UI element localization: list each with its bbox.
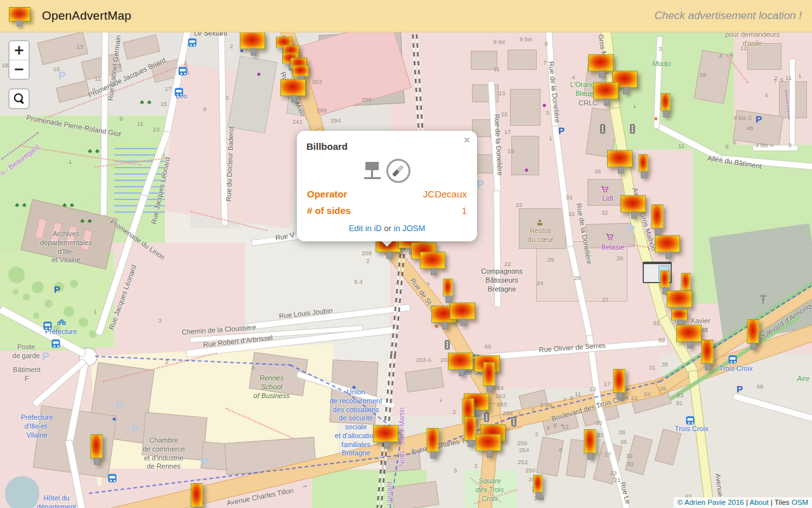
tiles-text: Tiles: [775, 498, 792, 506]
bus-stop-icon: [175, 88, 183, 97]
map-attribution: © Adrien Pavie 2016 | About | Tiles OSM: [674, 497, 812, 508]
billboard-marker[interactable]: [639, 154, 648, 172]
close-icon[interactable]: ×: [464, 134, 470, 147]
parking-icon: P: [756, 114, 762, 124]
tree-icon: ♣ ♣: [63, 201, 75, 208]
billboard-marker[interactable]: [661, 93, 671, 111]
bus-stop-icon: [686, 417, 695, 425]
bus-stop-icon: [179, 67, 187, 76]
house-number: 294: [331, 117, 341, 124]
house-number: 6 4: [354, 278, 362, 285]
poi-dot: [258, 73, 261, 76]
billboard-marker[interactable]: [534, 475, 543, 493]
billboard-marker[interactable]: [655, 235, 680, 252]
zoom-out-button[interactable]: −: [10, 60, 29, 79]
attribute-label: # of sides: [307, 205, 351, 216]
house-number: 15: [501, 110, 508, 117]
billboard-marker[interactable]: [448, 352, 473, 370]
popup-title: Billboard: [306, 141, 348, 152]
house-number: 81: [676, 399, 683, 406]
billboard-marker[interactable]: [660, 271, 670, 288]
house-number: 7: [773, 77, 776, 84]
billboard-marker[interactable]: [676, 324, 702, 342]
house-number: 26: [574, 274, 581, 281]
house-number: 13: [589, 385, 596, 392]
attribute-label: Operator: [307, 189, 347, 199]
billboard-marker[interactable]: [450, 302, 475, 319]
house-number: 1: [93, 308, 96, 315]
billboard-marker[interactable]: [652, 204, 664, 229]
table-row: # of sides 1: [307, 202, 467, 218]
house-number: 8: [730, 51, 733, 58]
zoom-in-button[interactable]: +: [10, 41, 29, 60]
house-number: 6: [559, 446, 562, 453]
edit-in-id-link[interactable]: Edit in iD: [349, 224, 382, 233]
billboard-marker[interactable]: [620, 195, 646, 212]
osm-link[interactable]: OSM: [792, 498, 808, 506]
compass-direction-icon: [386, 159, 410, 183]
house-number: 28: [617, 255, 624, 262]
billboard-marker[interactable]: [483, 362, 495, 386]
billboard-marker[interactable]: [607, 150, 632, 167]
poi-dot: [240, 50, 244, 53]
billboard-marker[interactable]: [702, 340, 714, 364]
billboard-marker[interactable]: [667, 290, 692, 307]
house-number: 36: [620, 438, 627, 445]
house-number: 2: [165, 358, 168, 365]
billboard-marker[interactable]: [280, 79, 306, 96]
map-area: [5, 476, 39, 508]
parking-icon: P: [558, 125, 565, 136]
billboard-marker[interactable]: [613, 369, 625, 393]
billboard-marker[interactable]: [420, 251, 445, 269]
house-number: 24: [644, 391, 651, 398]
road: [789, 58, 796, 151]
house-number: 3: [546, 109, 549, 116]
place-label: Trois Croix: [719, 364, 753, 373]
tree-icon: ♣ ♣: [140, 98, 152, 105]
bush-area: [79, 318, 88, 327]
or-text: or: [384, 224, 391, 233]
house-number: 19: [508, 147, 514, 154]
house-number: 250: [525, 467, 535, 474]
billboard-marker[interactable]: [588, 54, 613, 71]
map-canvas[interactable]: ♣ ♣♣ ♣♣ ♣♣ ♣♣ ♣PPPPPPPPPPP13151195171591…: [0, 0, 812, 508]
parking-icon: P: [737, 384, 743, 394]
house-number: 13: [499, 90, 506, 97]
billboard-marker[interactable]: [427, 428, 439, 452]
place-label: Compagnons Bâtisseurs Bretagne: [481, 267, 522, 293]
billboard-marker[interactable]: [747, 319, 759, 344]
billboard-marker[interactable]: [373, 425, 398, 442]
street-label: Nord - Saint-Martin: [398, 408, 405, 467]
about-link[interactable]: About: [750, 498, 769, 506]
house-number: 27: [602, 296, 609, 303]
house-number: 1: [798, 72, 801, 79]
billboard-marker[interactable]: [584, 429, 596, 453]
billboard-marker[interactable]: [476, 434, 501, 451]
place-label: Trois Croix: [675, 425, 709, 434]
billboard-marker[interactable]: [91, 434, 103, 458]
billboard-marker[interactable]: [593, 82, 619, 99]
billboard-marker[interactable]: [240, 32, 265, 49]
antenna-icon: [759, 295, 768, 305]
author-link[interactable]: © Adrien Pavie 2016: [678, 498, 744, 506]
house-number: 4 bis C: [733, 114, 752, 121]
house-number: 11: [494, 65, 500, 72]
poi-dot: [525, 169, 528, 172]
billboard-marker[interactable]: [681, 273, 691, 291]
billboard-marker[interactable]: [464, 417, 476, 441]
billboard-marker[interactable]: [443, 279, 453, 297]
billboard-marker[interactable]: [671, 309, 688, 321]
bus-stop-icon: [108, 474, 117, 483]
billboard-marker[interactable]: [292, 65, 309, 77]
edit-in-josm-link[interactable]: in JOSM: [394, 224, 426, 233]
search-button[interactable]: [8, 88, 30, 109]
house-number: 8: [725, 143, 728, 150]
house-number: 18: [2, 62, 9, 69]
app-header: OpenAdvertMap Check advertisement locati…: [0, 0, 812, 32]
house-number: 24: [537, 279, 544, 286]
house-number: 32: [601, 209, 608, 216]
house-number: 296: [362, 96, 372, 103]
house-number: 3: [658, 45, 662, 52]
bush-area: [23, 293, 30, 300]
billboard-marker[interactable]: [191, 483, 203, 507]
